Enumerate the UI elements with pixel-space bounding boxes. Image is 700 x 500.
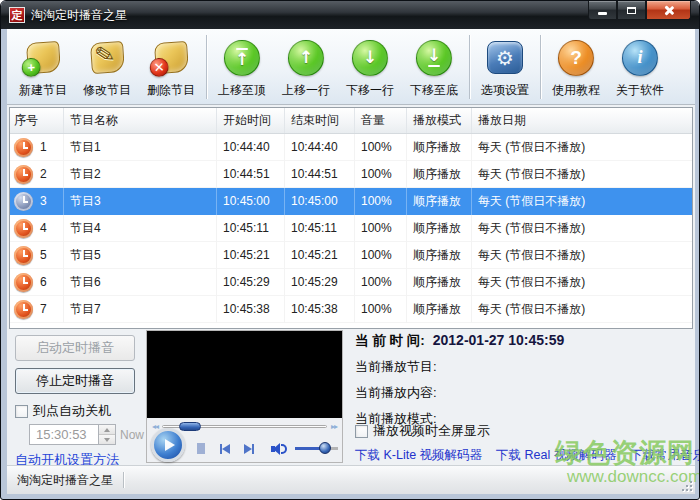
about-button[interactable]: i 关于软件 (608, 32, 672, 102)
col-header-volume[interactable]: 音量 (355, 108, 407, 133)
alarm-clock-icon (14, 192, 33, 211)
window-title: 淘淘定时播音之星 (31, 7, 127, 24)
toolbar: + 新建节目 ✎ 修改节目 ✕ 删除节目 ↑ 上移至顶 ↑ 上移一行 ↓ (7, 29, 695, 105)
rewind-icon[interactable]: ◂◂ (152, 422, 158, 431)
fast-forward-icon[interactable]: ▸▸ (331, 422, 337, 431)
shutdown-time-input[interactable]: 15:30:53 (29, 424, 99, 445)
time-spinner (99, 424, 116, 445)
chevron-down-icon (104, 438, 110, 442)
fullscreen-checkbox[interactable] (355, 425, 368, 438)
alarm-clock-icon (14, 138, 33, 157)
player-controls (147, 435, 342, 462)
fullscreen-label: 播放视频时全屏显示 (373, 422, 490, 440)
stop-broadcast-button[interactable]: 停止定时播音 (15, 368, 135, 394)
watermark-url: www.downcc.com (567, 467, 700, 487)
maximize-icon (627, 7, 636, 14)
col-header-start[interactable]: 开始时间 (217, 108, 285, 133)
play-button[interactable] (151, 428, 185, 462)
alarm-clock-icon (14, 300, 33, 319)
fullscreen-row: 播放视频时全屏显示 (355, 422, 490, 440)
table-row[interactable]: 6 节目6 10:45:29 10:45:29 100% 顺序播放 每天 (节假… (10, 269, 692, 296)
alarm-clock-icon (14, 246, 33, 265)
move-up-button[interactable]: ↑ 上移一行 (274, 32, 338, 102)
volume-icon[interactable] (271, 442, 289, 456)
auto-shutdown-checkbox[interactable] (15, 405, 28, 418)
status-bar-separator (123, 472, 124, 488)
window-controls (588, 1, 691, 20)
toolbar-separator (469, 35, 470, 99)
title-bar[interactable]: 定 淘淘定时播音之星 (1, 1, 699, 29)
previous-button[interactable] (220, 444, 230, 454)
table-row[interactable]: 2 节目2 10:44:51 10:44:51 100% 顺序播放 每天 (节假… (10, 161, 692, 188)
media-player: ◂◂ ▸▸ (146, 330, 343, 463)
current-content-label: 当前播放内容: (355, 384, 693, 402)
volume-slider[interactable] (319, 442, 331, 454)
toolbar-separator (540, 35, 541, 99)
question-icon: ? (558, 40, 594, 76)
close-icon (663, 5, 674, 16)
move-down-button[interactable]: ↓ 下移一行 (338, 32, 402, 102)
note-pencil-icon: ✎ (89, 41, 124, 74)
volume-bar[interactable] (295, 447, 338, 450)
app-window: 定 淘淘定时播音之星 + 新建节目 ✎ 修改节目 ✕ 删除节目 ↑ (0, 0, 700, 500)
shutdown-time-row: 15:30:53 Now (29, 424, 144, 445)
current-time-value: 2012-01-27 10:45:59 (433, 332, 565, 348)
maximize-button[interactable] (617, 1, 646, 20)
alarm-clock-icon (14, 165, 33, 184)
minimize-button[interactable] (588, 1, 617, 20)
arrow-down-icon: ↓ (352, 40, 388, 76)
alarm-clock-icon (14, 273, 33, 292)
arrow-down-to-bottom-icon: ↓ (416, 40, 452, 76)
new-program-button[interactable]: + 新建节目 (11, 32, 75, 102)
tutorial-button[interactable]: ? 使用教程 (544, 32, 608, 102)
move-top-button[interactable]: ↑ 上移至顶 (210, 32, 274, 102)
spinner-up-button[interactable] (99, 425, 115, 435)
arrow-up-to-top-icon: ↑ (224, 40, 260, 76)
stop-button[interactable] (197, 443, 205, 454)
previous-icon (222, 444, 230, 454)
spinner-down-button[interactable] (99, 435, 115, 444)
watermark-site-name: 绿色资源网 (555, 435, 695, 471)
chevron-up-icon (104, 428, 110, 432)
table-row[interactable]: 5 节目5 10:45:21 10:45:21 100% 顺序播放 每天 (节假… (10, 242, 692, 269)
now-label: Now (120, 428, 144, 442)
video-screen (147, 331, 342, 418)
close-button[interactable] (646, 1, 691, 20)
program-table: 序号 节目名称 开始时间 结束时间 音量 播放模式 播放日期 1 节目1 10:… (9, 107, 693, 329)
table-row[interactable]: 4 节目4 10:45:11 10:45:11 100% 顺序播放 每天 (节假… (10, 215, 692, 242)
edit-program-button[interactable]: ✎ 修改节目 (75, 32, 139, 102)
col-header-date[interactable]: 播放日期 (472, 108, 692, 133)
start-broadcast-button[interactable]: 启动定时播音 (15, 335, 135, 361)
client-area: + 新建节目 ✎ 修改节目 ✕ 删除节目 ↑ 上移至顶 ↑ 上移一行 ↓ (7, 29, 695, 494)
current-time-label: 当 前 时 间: (355, 332, 425, 350)
table-row[interactable]: 1 节目1 10:44:40 10:44:40 100% 顺序播放 每天 (节假… (10, 134, 692, 161)
col-header-end[interactable]: 结束时间 (285, 108, 355, 133)
toolbar-separator (206, 35, 207, 99)
table-row[interactable]: 7 节目7 10:45:38 10:45:38 100% 顺序播放 每天 (节假… (10, 296, 692, 323)
auto-shutdown-label: 到点自动关机 (33, 402, 111, 420)
note-delete-icon: ✕ (153, 41, 188, 74)
table-header: 序号 节目名称 开始时间 结束时间 音量 播放模式 播放日期 (10, 108, 692, 134)
delete-program-button[interactable]: ✕ 删除节目 (139, 32, 203, 102)
seek-bar[interactable] (162, 425, 327, 428)
options-button[interactable]: ⚙ 选项设置 (473, 32, 537, 102)
note-plus-icon: + (25, 41, 60, 74)
minimize-icon (598, 12, 607, 15)
next-icon (244, 444, 252, 454)
col-header-name[interactable]: 节目名称 (64, 108, 217, 133)
current-program-label: 当前播放节目: (355, 358, 693, 376)
move-bottom-button[interactable]: ↓ 下移至底 (402, 32, 466, 102)
seek-slider[interactable] (179, 422, 201, 431)
klite-download-link[interactable]: 下载 K-Lite 视频解码器 (355, 447, 482, 464)
gear-icon: ⚙ (487, 41, 523, 74)
next-button[interactable] (244, 444, 254, 454)
col-header-mode[interactable]: 播放模式 (407, 108, 472, 133)
app-icon: 定 (9, 7, 25, 23)
table-row-selected[interactable]: 3 节目3 10:45:00 10:45:00 100% 顺序播放 每天 (节假… (10, 188, 692, 215)
arrow-up-icon: ↑ (288, 40, 324, 76)
play-icon (165, 439, 175, 451)
status-bar-text: 淘淘定时播音之星 (7, 472, 113, 489)
alarm-clock-icon (14, 219, 33, 238)
auto-shutdown-row: 到点自动关机 (15, 402, 111, 420)
col-header-no[interactable]: 序号 (10, 108, 64, 133)
